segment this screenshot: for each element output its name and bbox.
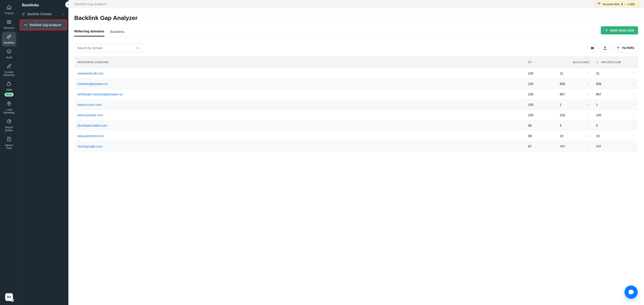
- pie-chart-icon: [6, 118, 12, 125]
- nav-report-builder[interactable]: Report Builder: [2, 117, 16, 134]
- collapse-sidebar-button[interactable]: [65, 1, 72, 8]
- search-input-wrap: [74, 44, 142, 52]
- nav-label: SMM: [6, 88, 12, 91]
- chevron-down-icon: [587, 103, 590, 106]
- nav-research[interactable]: Research: [2, 17, 16, 32]
- search-icon: [136, 46, 139, 50]
- sidebar: Backlinks Backlink Checker Backlink Gap …: [18, 0, 68, 305]
- cell-backlinks[interactable]: 5: [556, 124, 593, 127]
- gauge-icon: [597, 2, 601, 6]
- amazon-favicon-icon: a: [596, 61, 599, 64]
- svg-point-6: [24, 25, 25, 25]
- beta-badge: Beta: [4, 93, 14, 97]
- nav-label: Report Builder: [2, 126, 16, 132]
- topbar: Backlink Gap Analyzer Account limit 2 / …: [68, 0, 644, 8]
- nav-agency-pack[interactable]: Agency Pack: [2, 134, 16, 152]
- cell-backlinks[interactable]: 867: [556, 93, 593, 96]
- link-icon: [6, 34, 12, 40]
- chevron-down-icon: [587, 145, 590, 148]
- table-row: wholesale.mexicanglassware.us100867867: [74, 89, 638, 100]
- chevron-down-icon: [632, 93, 635, 96]
- nav-local-marketing[interactable]: Local Marketing: [2, 99, 16, 117]
- col-dt[interactable]: DT: [525, 61, 556, 64]
- nav-audit[interactable]: Audit: [2, 47, 16, 61]
- chevron-down-icon: [632, 114, 635, 117]
- gear-icon: [11, 299, 14, 302]
- user-avatar[interactable]: DA: [5, 293, 13, 301]
- map-pin-icon: [6, 101, 12, 107]
- table-row: developer.twitter.com9955: [74, 120, 638, 131]
- chevron-down-icon: [587, 114, 590, 117]
- cell-competitor[interactable]: 100: [593, 113, 638, 117]
- nav-label: Backlinks: [4, 41, 14, 44]
- nav-projects[interactable]: Projects: [2, 2, 16, 17]
- main: Backlink Gap Analyzer Account limit 2 / …: [68, 0, 644, 305]
- plus-icon: [605, 29, 608, 32]
- nav-content-marketing[interactable]: Content Marketing: [2, 61, 16, 79]
- cell-competitor[interactable]: 867: [593, 93, 638, 96]
- nav-smm[interactable]: SMM Beta: [2, 79, 16, 99]
- toolbar: FILTERS: [68, 37, 644, 57]
- chevron-down-icon: [632, 124, 635, 127]
- filters-button[interactable]: FILTERS: [612, 44, 638, 52]
- table-row: cloud.google.com97707707: [74, 141, 638, 152]
- search-input[interactable]: [77, 46, 136, 50]
- cell-dt: 100: [525, 82, 556, 86]
- domain-link[interactable]: developer.twitter.com: [74, 124, 525, 127]
- cell-competitor[interactable]: 5: [593, 124, 638, 127]
- cell-backlinks[interactable]: 21: [556, 72, 593, 75]
- tabs: Referring domains Backlinks NEW ANALYSIS: [68, 24, 644, 37]
- cell-competitor[interactable]: 21: [593, 72, 638, 75]
- nav-rail: Projects Research Backlinks Audit Conten…: [0, 0, 18, 305]
- cell-backlinks[interactable]: 707: [556, 145, 593, 148]
- domain-link[interactable]: www.rcs-pro.com: [74, 103, 525, 107]
- account-limit-chip[interactable]: Account limit 2 / 1,000 i: [595, 1, 640, 7]
- cell-dt: 100: [525, 93, 556, 96]
- chevron-down-icon: [632, 135, 635, 137]
- chevron-down-icon: [587, 72, 590, 75]
- domain-link[interactable]: mexhandcraft.com: [74, 72, 525, 75]
- tab-referring-domains[interactable]: Referring domains: [74, 27, 104, 37]
- col-referring-domains[interactable]: REFERRING DOMAINS: [74, 61, 525, 64]
- new-analysis-button[interactable]: NEW ANALYSIS: [601, 26, 638, 35]
- table-row: www.youtube.com100100100: [74, 110, 638, 120]
- domain-link[interactable]: mexicanglassware.us: [74, 82, 525, 86]
- check-circle-icon: [6, 48, 12, 55]
- domain-link[interactable]: www.youtube.com: [74, 113, 525, 117]
- cell-backlinks[interactable]: 100: [556, 113, 593, 117]
- page-title: Backlink Gap Analyzer: [68, 10, 644, 24]
- cell-competitor[interactable]: 606: [593, 82, 638, 86]
- chat-fab[interactable]: [624, 285, 638, 299]
- results-table: REFERRING DOMAINS DT BACKLINKS a AMAZON.…: [68, 57, 644, 161]
- cell-backlinks[interactable]: 19: [556, 134, 593, 138]
- info-icon: i: [637, 3, 638, 6]
- svg-rect-11: [592, 47, 592, 49]
- chevron-down-icon: [587, 124, 590, 127]
- columns-icon: [590, 46, 594, 50]
- tab-backlinks[interactable]: Backlinks: [110, 27, 124, 36]
- nav-label: Content Marketing: [2, 71, 16, 77]
- svg-point-9: [136, 47, 138, 49]
- domain-link[interactable]: cloud.google.com: [74, 145, 525, 148]
- domain-link[interactable]: wholesale.mexicanglassware.us: [74, 93, 525, 96]
- cell-competitor[interactable]: 19: [593, 134, 638, 138]
- cell-backlinks[interactable]: 1: [556, 103, 593, 107]
- sidebar-title: Backlinks: [18, 0, 68, 10]
- edit-icon: [6, 63, 12, 69]
- upload-icon: [603, 46, 607, 50]
- columns-button[interactable]: [587, 44, 598, 52]
- col-backlinks[interactable]: BACKLINKS: [556, 61, 593, 64]
- chat-icon: [628, 289, 634, 295]
- breadcrumb: Backlink Gap Analyzer: [75, 2, 106, 6]
- col-competitor[interactable]: a AMAZON.COM: [593, 61, 638, 64]
- cell-competitor[interactable]: 707: [593, 145, 638, 148]
- domain-link[interactable]: www.pinterest.com: [74, 134, 525, 138]
- sidebar-item-backlink-checker[interactable]: Backlink Checker: [18, 10, 68, 19]
- table-row: www.pinterest.com981919: [74, 131, 638, 141]
- export-button[interactable]: [600, 44, 610, 52]
- cell-backlinks[interactable]: 606: [556, 82, 593, 86]
- nav-backlinks[interactable]: Backlinks: [2, 32, 16, 47]
- cell-competitor[interactable]: 1: [593, 103, 638, 107]
- sidebar-item-backlink-gap-analyzer[interactable]: Backlink Gap Analyzer: [20, 21, 66, 30]
- table-row: www.rcs-pro.com10011: [74, 100, 638, 110]
